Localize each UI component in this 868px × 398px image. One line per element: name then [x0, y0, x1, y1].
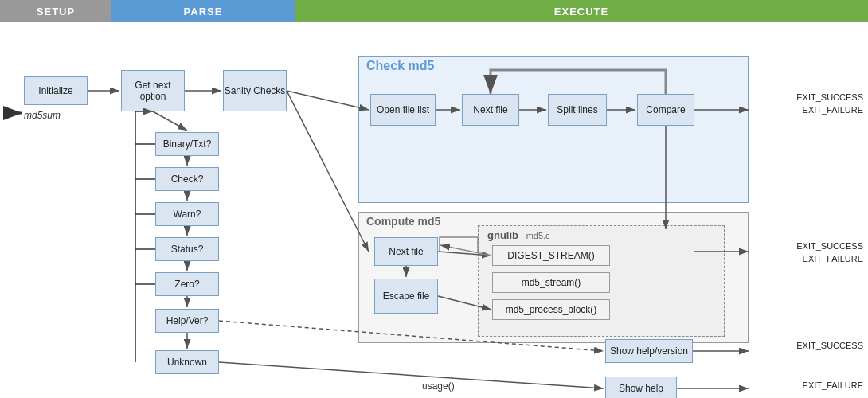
- exit-success-1: EXIT_SUCCESS: [796, 92, 863, 102]
- initialize-box: Initialize: [24, 76, 88, 105]
- usage-label: usage(): [422, 380, 455, 392]
- svg-line-6: [287, 91, 369, 252]
- md5-stream-box: md5_stream(): [492, 272, 610, 293]
- execute-section: EXECUTE: [295, 0, 868, 22]
- digest-stream-box: DIGEST_STREAM(): [492, 245, 610, 266]
- check-box: Check?: [155, 167, 219, 191]
- svg-line-13: [153, 111, 187, 131]
- escape-file-box: Escape file: [374, 279, 438, 314]
- exit-success-2: EXIT_SUCCESS: [796, 241, 863, 251]
- exit-failure-2: EXIT_FAILURE: [803, 254, 863, 263]
- next-file-compute-box: Next file: [374, 237, 438, 266]
- setup-label: SETUP: [37, 6, 75, 18]
- md5sum-label: md5sum: [24, 110, 61, 121]
- svg-line-5: [287, 91, 369, 110]
- open-file-list-box: Open file list: [370, 94, 436, 126]
- get-next-option-box: Get next option: [121, 70, 185, 111]
- compute-md5-label: Compute md5: [366, 215, 440, 228]
- help-ver-box: Help/Ver?: [155, 309, 219, 333]
- show-help-version-box: Show help/version: [605, 339, 693, 363]
- show-help-box: Show help: [605, 377, 677, 398]
- parse-section: PARSE: [111, 0, 295, 22]
- setup-section: SETUP: [0, 0, 111, 22]
- svg-line-28: [219, 362, 604, 388]
- binary-txt-box: Binary/Txt?: [155, 132, 219, 156]
- exit-failure-1: EXIT_FAILURE: [803, 105, 863, 115]
- warn-box: Warn?: [155, 202, 219, 226]
- top-bar: SETUP PARSE EXECUTE: [0, 0, 868, 22]
- zero-box: Zero?: [155, 272, 219, 296]
- exit-success-3: EXIT_SUCCESS: [796, 341, 863, 350]
- md5-process-block-box: md5_process_block(): [492, 299, 610, 320]
- parse-label: PARSE: [184, 6, 223, 18]
- unknown-box: Unknown: [155, 350, 219, 374]
- exit-failure-3: EXIT_FAILURE: [803, 380, 863, 390]
- check-md5-label: Check md5: [366, 59, 434, 73]
- gnulib-label: gnulib md5.c: [487, 229, 550, 241]
- next-file-check-box: Next file: [462, 94, 519, 126]
- check-md5-section: [358, 56, 749, 203]
- execute-label: EXECUTE: [554, 6, 608, 18]
- sanity-checks-box: Sanity Checks: [223, 70, 287, 111]
- status-box: Status?: [155, 237, 219, 261]
- split-lines-box: Split lines: [548, 94, 607, 126]
- compare-box: Compare: [637, 94, 694, 126]
